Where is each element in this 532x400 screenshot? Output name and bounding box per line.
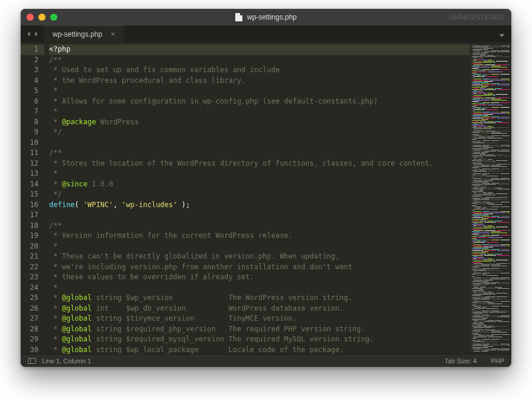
code-line: * Stores the location of the WordPress d… <box>49 159 470 169</box>
line-number: 15 <box>21 189 44 200</box>
code-line: * <box>49 107 470 117</box>
tab-active[interactable]: wp-settings.php × <box>44 25 124 42</box>
line-number: 23 <box>21 272 44 283</box>
line-number: 26 <box>21 304 44 314</box>
code-line: * @global string $wp_version The WordPre… <box>49 293 470 304</box>
line-number: 22 <box>21 262 44 273</box>
line-number: 28 <box>21 324 44 335</box>
code-line: * These can't be directly globalized in … <box>49 251 470 262</box>
line-number: 29 <box>21 334 44 345</box>
code-line: * @global int $wp_db_version WordPress d… <box>49 304 470 314</box>
code-line <box>49 210 470 221</box>
line-number: 3 <box>21 65 44 76</box>
line-number: 24 <box>21 283 44 293</box>
line-number: 12 <box>21 159 44 169</box>
code-line: * these values to be overridden if alrea… <box>49 272 470 283</box>
code-line: * <box>49 86 470 96</box>
file-icon <box>235 13 242 21</box>
line-number: 14 <box>21 179 44 190</box>
code-line <box>49 138 470 149</box>
status-cursor[interactable]: Line 1, Column 1 <box>42 357 91 364</box>
tab-close-button[interactable]: × <box>108 30 118 38</box>
line-number: 21 <box>21 251 44 262</box>
code-line: * @global string $tinymce_version TinyMC… <box>49 314 470 324</box>
status-tabsize[interactable]: Tab Size: 4 <box>445 357 476 364</box>
line-number: 6 <box>21 96 44 107</box>
line-number: 18 <box>21 221 44 231</box>
line-number: 4 <box>21 76 44 86</box>
code-line: * Allows for some configuration in wp-co… <box>49 96 470 107</box>
nav-back-button[interactable] <box>25 28 32 40</box>
status-language[interactable]: PHP <box>491 357 504 364</box>
window-titlebar: wp-settings.php UNREGISTERED <box>21 9 511 25</box>
line-number: 16 <box>21 200 44 211</box>
code-line: * the WordPress procedural and class lib… <box>49 76 470 86</box>
tab-overflow-button[interactable] <box>498 30 505 41</box>
code-line: * @global string $required_php_version T… <box>49 324 470 335</box>
line-number: 5 <box>21 86 44 96</box>
code-line: */ <box>49 189 470 200</box>
line-number: 17 <box>21 210 44 221</box>
line-number: 19 <box>21 231 44 241</box>
unregistered-label: UNREGISTERED <box>449 14 504 21</box>
code-line: /** <box>49 221 470 231</box>
line-number: 27 <box>21 314 44 324</box>
line-number: 13 <box>21 169 44 179</box>
line-number: 8 <box>21 117 44 128</box>
code-line: * @global string $required_mysql_version… <box>49 334 470 345</box>
code-line: /** <box>49 55 470 66</box>
line-number: 11 <box>21 148 44 159</box>
code-line: */ <box>49 127 470 138</box>
code-line: * @global string $wp_local_package Local… <box>49 345 470 354</box>
minimap[interactable] <box>470 42 511 354</box>
code-line: <?php <box>49 44 470 55</box>
code-line: * <box>49 241 470 252</box>
code-line: * we're including version.php from anoth… <box>49 262 470 273</box>
code-area[interactable]: <?php/** * Used to set up and fix common… <box>44 42 470 354</box>
window-title-text: wp-settings.php <box>247 13 297 21</box>
code-line: * @since 1.0.0 <box>49 179 470 190</box>
sidebar-toggle-icon[interactable] <box>28 358 36 364</box>
code-line: * <box>49 169 470 179</box>
line-number: 20 <box>21 241 44 252</box>
line-number: 25 <box>21 293 44 304</box>
line-number: 9 <box>21 127 44 138</box>
code-line: * @package WordPress <box>49 117 470 128</box>
history-nav <box>21 25 44 42</box>
line-number: 30 <box>21 345 44 354</box>
nav-forward-button[interactable] <box>33 28 40 40</box>
status-bar: Line 1, Column 1 Tab Size: 4 PHP <box>21 354 511 367</box>
code-line: * <box>49 283 470 293</box>
editor-pane: 1234567891011121314151617181920212223242… <box>21 42 511 354</box>
code-line: * Version information for the current Wo… <box>49 231 470 241</box>
tab-bar: wp-settings.php × <box>21 25 511 42</box>
line-number: 2 <box>21 55 44 66</box>
code-line: /** <box>49 148 470 159</box>
editor-window: wp-settings.php UNREGISTERED wp-settings… <box>21 9 511 367</box>
line-number: 7 <box>21 107 44 117</box>
line-number: 10 <box>21 138 44 149</box>
window-title: wp-settings.php <box>21 9 511 25</box>
line-number-gutter[interactable]: 1234567891011121314151617181920212223242… <box>21 42 44 354</box>
line-number: 1 <box>21 44 44 55</box>
code-line: * Used to set up and fix common variable… <box>49 65 470 76</box>
code-line: define( 'WPINC', 'wp-includes' ); <box>49 200 470 211</box>
tab-label: wp-settings.php <box>53 30 102 38</box>
